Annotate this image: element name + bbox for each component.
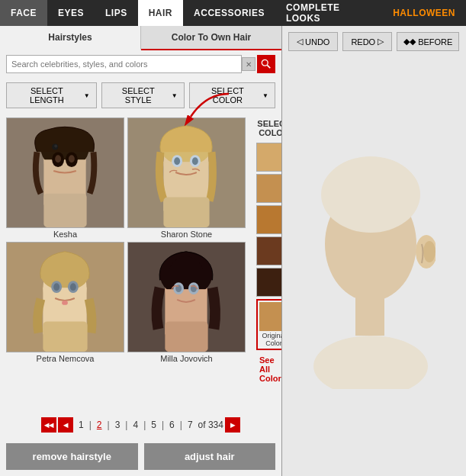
sharon-portrait [128,117,245,228]
petra-portrait [7,242,124,352]
original-color-container[interactable]: OriginalColor [256,299,281,350]
redo-icon: ▷ [378,37,384,47]
search-clear-button[interactable]: ✕ [242,57,255,71]
chevron-down-icon: ▼ [172,92,178,99]
hairstyle-img-kesha[interactable] [6,117,124,228]
svg-rect-11 [43,194,86,227]
filter-color-button[interactable]: SELECT COLOR ▼ [189,82,275,108]
original-color-label: OriginalColor [259,332,281,347]
color-swatch-2[interactable] [256,174,281,203]
page-prev-button[interactable]: ◀ [58,417,73,433]
page-5[interactable]: 5 [147,418,160,432]
nav-halloween[interactable]: HALLOWEEN [382,0,466,26]
search-icon [261,59,272,69]
svg-point-47 [313,336,428,389]
filter-length-button[interactable]: SELECT LENGTH ▼ [6,82,97,108]
page-4[interactable]: 4 [129,418,142,432]
face-preview-svg [313,145,435,389]
hairstyle-label-petra: Petra Nemcova [37,354,95,363]
panel-tabs: Hairstyles Color To Own Hair [0,26,281,50]
pagination: ◀◀ ◀ 1 | 2 | 3 | 4 | 5 | 6 | 7 of 334 ▶ [0,413,281,437]
color-swatch-original[interactable] [259,302,281,331]
page-2[interactable]: 2 [93,418,106,432]
svg-point-20 [174,157,180,165]
page-6[interactable]: 6 [166,418,178,432]
svg-point-43 [423,241,435,262]
right-controls: ◁ UNDO REDO ▷ ◆◆ BEFORE [282,26,466,57]
page-next-button[interactable]: ▶ [225,417,240,433]
page-3[interactable]: 3 [111,418,124,432]
remove-hairstyle-button[interactable]: remove hairstyle [6,443,138,470]
hairstyle-grid-area: Kesha [0,113,252,413]
svg-point-21 [192,157,198,165]
undo-icon: ◁ [297,37,303,47]
filter-style-button[interactable]: SELECT STYLE ▼ [101,82,185,108]
nav-complete-looks[interactable]: COMPLETE LOOKS [275,0,382,26]
hairstyle-img-milla[interactable] [127,242,246,352]
nav-face[interactable]: FACE [0,0,47,26]
hairstyle-item-kesha[interactable]: Kesha [6,117,124,239]
select-color-text: SELECT COLOR [256,116,281,140]
hairstyle-label-kesha: Kesha [53,230,77,239]
svg-rect-31 [43,322,87,352]
color-swatch-5[interactable] [256,268,281,297]
hairstyle-item-petra[interactable]: Petra Nemcova [6,242,124,363]
nav-accessories[interactable]: ACCESSORIES [183,0,275,26]
nav-eyes[interactable]: EYES [47,0,95,26]
content-area: Kesha [0,113,281,413]
color-swatch-1[interactable] [256,143,281,172]
before-icon: ◆◆ [403,37,416,47]
adjust-hair-button[interactable]: adjust hair [144,443,276,470]
search-button[interactable] [257,55,275,73]
color-sidebar: SELECT COLOR OriginalColor See All Color… [252,113,281,413]
tab-color-own-hair[interactable]: Color To Own Hair [141,26,281,49]
svg-point-13 [54,144,57,147]
left-panel: Hairstyles Color To Own Hair ✕ SELECT LE… [0,26,282,476]
hairstyle-item-sharon[interactable]: Sharon Stone [127,117,246,239]
svg-point-10 [69,155,75,162]
hairstyle-grid: Kesha [0,113,252,368]
nav-lips[interactable]: LIPS [95,0,138,26]
svg-point-30 [70,283,76,291]
undo-button[interactable]: ◁ UNDO [288,32,338,51]
before-button[interactable]: ◆◆ BEFORE [397,32,459,51]
page-7[interactable]: 7 [184,418,197,432]
svg-rect-45 [355,290,384,336]
hairstyle-img-petra[interactable] [6,242,124,352]
chevron-down-icon: ▼ [262,92,268,99]
svg-point-9 [55,155,61,162]
color-swatch-3[interactable] [256,205,281,234]
redo-button[interactable]: REDO ▷ [342,32,392,51]
hairstyle-label-milla: Milla Jovovich [160,354,212,363]
svg-rect-22 [163,198,209,227]
right-panel: ◁ UNDO REDO ▷ ◆◆ BEFORE [282,26,466,476]
milla-portrait [128,242,245,352]
search-bar: ✕ [0,50,281,78]
page-first-button[interactable]: ◀◀ [41,417,56,433]
see-all-colors[interactable]: See All Colors » [256,355,281,383]
svg-point-29 [53,283,59,291]
nav-hair[interactable]: HAIR [138,0,183,26]
hairstyle-item-milla[interactable]: Milla Jovovich [127,242,246,363]
svg-rect-41 [165,322,207,352]
svg-line-1 [267,65,270,68]
page-1[interactable]: 1 [75,418,88,432]
chevron-down-icon: ▼ [84,92,90,99]
hairstyle-label-sharon: Sharon Stone [161,230,212,239]
tab-hairstyles[interactable]: Hairstyles [0,26,141,50]
svg-point-32 [62,301,68,305]
svg-point-46 [321,156,420,233]
filter-row: SELECT LENGTH ▼ SELECT STYLE ▼ SELECT CO… [0,78,281,113]
color-swatch-4[interactable] [256,236,281,265]
kesha-portrait [7,117,124,228]
hairstyle-img-sharon[interactable] [127,117,246,228]
main-area: Hairstyles Color To Own Hair ✕ SELECT LE… [0,26,466,476]
face-preview [282,57,466,476]
svg-point-0 [262,60,268,66]
search-input[interactable] [6,55,242,73]
top-nav: FACE EYES LIPS HAIR ACCESSORIES COMPLETE… [0,0,466,26]
bottom-buttons: remove hairstyle adjust hair [0,437,281,476]
